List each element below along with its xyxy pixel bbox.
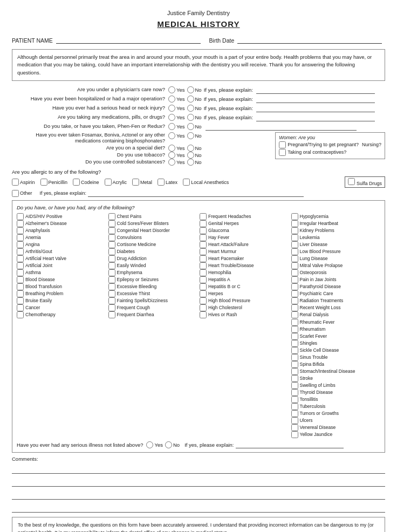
q9-yes[interactable]: Yes	[168, 159, 185, 166]
condition-excessive-thirst[interactable]: Excessive Thirst	[108, 290, 198, 297]
allergy-acrylic[interactable]: Acrylic	[105, 179, 127, 186]
oral-contraceptives-checkbox[interactable]	[279, 149, 286, 156]
condition-blood-disease[interactable]: Blood Disease	[17, 276, 106, 283]
q5-no[interactable]: No	[187, 123, 202, 130]
condition-venereal[interactable]: Venereal Disease	[291, 424, 381, 431]
condition-scarlet-fever[interactable]: Scarlet Fever	[291, 333, 381, 340]
allergy-penicillin[interactable]: Penicillin	[40, 179, 68, 186]
condition-thyroid[interactable]: Thyroid Disease	[291, 389, 381, 396]
condition-liver[interactable]: Liver Disease	[291, 241, 381, 248]
condition-swelling-limbs[interactable]: Swelling of Limbs	[291, 382, 381, 389]
pregnant-checkbox[interactable]	[279, 141, 286, 148]
condition-chemo[interactable]: Chemotherapy	[17, 311, 106, 318]
condition-congenital-heart[interactable]: Congenital Heart Disorder	[108, 227, 198, 234]
condition-diabetes[interactable]: Diabetes	[108, 248, 198, 255]
condition-freq-headaches[interactable]: Frequent Headaches	[200, 213, 289, 220]
condition-rheumatism[interactable]: Rheumatism	[291, 326, 381, 333]
condition-hypoglycemia[interactable]: Hypoglycemia	[291, 213, 381, 220]
allergy-metal[interactable]: Metal	[132, 179, 152, 186]
condition-arthritis[interactable]: Arthritis/Gout	[17, 248, 106, 255]
condition-heart-murmur[interactable]: Heart Murmur	[200, 248, 289, 255]
condition-easily-winded[interactable]: Easily Winded	[108, 262, 198, 269]
condition-alzheimers[interactable]: Alzheimer's Disease	[17, 220, 106, 227]
condition-psychiatric[interactable]: Psychiatric Care	[291, 290, 381, 297]
condition-heart-trouble[interactable]: Heart Trouble/Disease	[200, 262, 289, 269]
q2-yes[interactable]: Yes	[168, 96, 185, 103]
condition-sinus[interactable]: Sinus Trouble	[291, 354, 381, 361]
allergy-aspirin[interactable]: Aspirin	[12, 179, 35, 186]
q6-yes[interactable]: Yes	[168, 132, 185, 139]
serious-yes[interactable]: Yes	[146, 441, 163, 448]
condition-lung[interactable]: Lung Disease	[291, 255, 381, 262]
condition-epilepsy[interactable]: Epilepsy or Seizures	[108, 276, 198, 283]
q8-no[interactable]: No	[187, 152, 202, 159]
condition-sickle-cell[interactable]: Sickle Cell Disease	[291, 347, 381, 354]
condition-excessive-bleeding[interactable]: Excessive Bleeding	[108, 283, 198, 290]
sulfa-drugs-box[interactable]: Sulfa Drugs	[345, 176, 385, 188]
q6-no[interactable]: No	[187, 132, 202, 139]
allergy-other[interactable]: Other	[12, 190, 32, 197]
q8-yes[interactable]: Yes	[168, 152, 185, 159]
condition-hepatitis-bc[interactable]: Hepatitis B or C	[200, 283, 289, 290]
condition-cold-sores[interactable]: Cold Sores/Fever Blisters	[108, 220, 198, 227]
condition-anaphylaxis[interactable]: Anaphylaxis	[17, 227, 106, 234]
allergy-latex[interactable]: Latex	[158, 179, 177, 186]
allergy-codeine[interactable]: Codeine	[73, 179, 99, 186]
q4-explain[interactable]	[256, 114, 375, 121]
condition-convulsions[interactable]: Convulsions	[108, 234, 198, 241]
condition-heart-pacemaker[interactable]: Heart Pacemaker	[200, 255, 289, 262]
condition-glaucoma[interactable]: Glaucoma	[200, 227, 289, 234]
condition-artificial-heart[interactable]: Artificial Heart Valve	[17, 255, 106, 262]
q1-no[interactable]: No	[187, 86, 202, 93]
condition-aids[interactable]: AIDS/HIV Positive	[17, 213, 106, 220]
q3-no[interactable]: No	[187, 105, 202, 112]
oral-contraceptives-option[interactable]: Taking oral contraceptives?	[279, 149, 381, 156]
condition-recent-weight[interactable]: Recent Weight Loss	[291, 304, 381, 311]
condition-drug-addiction[interactable]: Drug Addiction	[108, 255, 198, 262]
condition-osteoporosis[interactable]: Osteoporosis	[291, 269, 381, 276]
condition-fainting[interactable]: Fainting Spells/Dizziness	[108, 297, 198, 304]
condition-high-cholesterol[interactable]: High Cholesterol	[200, 304, 289, 311]
q9-no[interactable]: No	[187, 159, 202, 166]
condition-heart-attack[interactable]: Heart Attack/Failure	[200, 241, 289, 248]
condition-blood-transfusion[interactable]: Blood Transfusion	[17, 283, 106, 290]
q5-explain[interactable]	[206, 123, 357, 131]
condition-renal-dialysis[interactable]: Renal Dialysis	[291, 311, 381, 318]
serious-no[interactable]: No	[165, 441, 180, 448]
patient-name-input[interactable]	[56, 35, 201, 44]
q3-explain[interactable]	[256, 105, 375, 112]
condition-parathyroid[interactable]: Parathyroid Disease	[291, 283, 381, 290]
condition-frequent-cough[interactable]: Frequent Cough	[108, 304, 198, 311]
pregnant-option[interactable]: Pregnant/Trying to get pregnant? Nursing…	[279, 141, 381, 148]
q3-yes[interactable]: Yes	[168, 105, 185, 112]
condition-tumors[interactable]: Tumors or Growths	[291, 410, 381, 417]
condition-mitral-valve[interactable]: Mitral Valve Prolapse	[291, 262, 381, 269]
birth-date-input[interactable]	[237, 35, 382, 44]
q1-explain[interactable]	[256, 86, 375, 94]
q2-no[interactable]: No	[187, 96, 202, 103]
condition-genital-herpes[interactable]: Genital Herpes	[200, 220, 289, 227]
allergy-local-anesthetics[interactable]: Local Anesthetics	[183, 179, 229, 186]
condition-hepatitis-a[interactable]: Hepatitis A	[200, 276, 289, 283]
condition-herpes[interactable]: Herpes	[200, 290, 289, 297]
condition-stroke[interactable]: Stroke	[291, 375, 381, 382]
condition-hay-fever[interactable]: Hay Fever	[200, 234, 289, 241]
condition-shingles[interactable]: Shingles	[291, 340, 381, 347]
condition-hemophilia[interactable]: Hemophilia	[200, 269, 289, 276]
condition-anemia[interactable]: Anemia	[17, 234, 106, 241]
condition-kidney[interactable]: Kidney Problems	[291, 227, 381, 234]
condition-breathing[interactable]: Breathing Problem	[17, 290, 106, 297]
q7-no[interactable]: No	[187, 145, 202, 152]
q7-yes[interactable]: Yes	[168, 145, 185, 152]
condition-rheumatic-fever[interactable]: Rheumatic Fever	[291, 319, 381, 326]
condition-leukemia[interactable]: Leukemia	[291, 234, 381, 241]
condition-frequent-diarrhea[interactable]: Frequent Diarrhea	[108, 311, 198, 318]
q5-yes[interactable]: Yes	[168, 123, 185, 130]
allergy-explain-input[interactable]	[88, 189, 304, 197]
condition-pain-jaw[interactable]: Pain in Jaw Joints	[291, 276, 381, 283]
condition-radiation[interactable]: Radiation Treatments	[291, 297, 381, 304]
q1-yes[interactable]: Yes	[168, 86, 185, 93]
condition-asthma[interactable]: Asthma	[17, 269, 106, 276]
condition-spina-bifida[interactable]: Spina Bifida	[291, 361, 381, 368]
condition-low-bp[interactable]: Low Blood Pressure	[291, 248, 381, 255]
